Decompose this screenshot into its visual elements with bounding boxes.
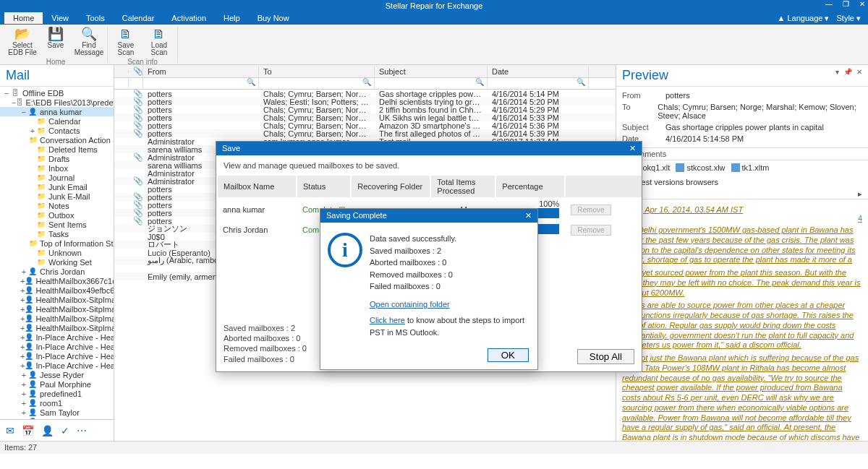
ribbon-button[interactable]: 📂Select EDB File (9, 26, 36, 56)
tree-node[interactable]: 📁Sent Items (0, 220, 114, 229)
tree-node[interactable]: +👤In-Place Archive - HealthI (0, 361, 114, 370)
menu-right-item[interactable]: ▲ Language ▾ (778, 14, 830, 23)
tree-node[interactable]: +👤Chris Jordan (0, 267, 114, 276)
tree-node[interactable]: +👤Sam Taylor (0, 408, 114, 417)
grid-header: 📎 From To Subject Date (114, 65, 616, 78)
tree-node[interactable]: −🗄E:\EDB Files\2013\predefined (0, 98, 114, 107)
menu-tab-help[interactable]: Help (215, 12, 249, 24)
attachments-label: Attachments (616, 147, 868, 160)
ribbon: 📂Select EDB File💾Save🔍Find Message Home … (0, 25, 868, 65)
tree-node[interactable]: +👤In-Place Archive - HealthI (0, 351, 114, 361)
open-folder-link[interactable]: Open containing folder (370, 300, 450, 309)
contacts-view-icon[interactable]: 👤 (41, 425, 54, 436)
close-button[interactable]: ✕ (859, 0, 865, 8)
remove-button[interactable]: Remove (571, 205, 610, 215)
tree-node[interactable]: 📁Conversation Action S (0, 135, 114, 145)
dropdown-icon[interactable]: ▾ (835, 68, 839, 83)
close-icon[interactable]: ✕ (856, 68, 862, 83)
mail-view-icon[interactable]: ✉ (6, 425, 14, 436)
info-icon: i (328, 233, 362, 267)
tree-node[interactable]: 📁Deleted Items (0, 145, 114, 154)
title-bar: Stellar Repair for Exchange — ❐ ✕ (0, 0, 868, 12)
tree-node[interactable]: −🗄Offline EDB (0, 88, 114, 98)
menu-tab-tools[interactable]: Tools (77, 12, 114, 24)
view-switcher: ✉ 📅 👤 ✓ ⋯ (0, 419, 114, 441)
status-bar: Items: 27 (0, 441, 868, 454)
message-row[interactable]: 📎pottersChals; Cymru; Barsen; Norge; Mar… (114, 90, 616, 98)
close-icon[interactable]: ✕ (629, 144, 636, 153)
grid-filter-row: 🔍 🔍 🔍 🔍 (114, 78, 616, 90)
tree-node[interactable]: +👤room1 (0, 398, 114, 408)
tree-node[interactable]: +👤HealthMailbox-SitpImail- (0, 295, 114, 304)
tree-node[interactable]: +👤HealthMailbox-SitpImail- (0, 314, 114, 323)
tree-node[interactable]: +👤Jesse Ryder (0, 370, 114, 379)
tree-node[interactable]: +👤HealthMailbox-SitpImail- (0, 323, 114, 332)
maximize-button[interactable]: ❐ (843, 0, 849, 8)
pin-icon[interactable]: 📌 (843, 68, 852, 83)
click-here-link[interactable]: Click here (370, 316, 405, 324)
message-row[interactable]: 📎pottersChals; Cymru; Barsen; Norge; Mar… (114, 113, 616, 121)
message-row[interactable]: 📎pottersChals; Cymru; Barsen; Norge; Mar… (114, 129, 616, 137)
attachment-item[interactable]: tk1.xltm (731, 163, 770, 172)
close-icon[interactable]: ✕ (525, 211, 532, 220)
tree-node[interactable]: −👤anna kumar (0, 107, 114, 116)
remove-button[interactable]: Remove (571, 225, 610, 236)
window-controls: — ❐ ✕ (825, 0, 865, 8)
tree-node[interactable]: 📁Notes (0, 201, 114, 210)
ribbon-button[interactable]: 💾Save (42, 26, 69, 56)
search-icon[interactable]: 🔍 (247, 78, 255, 86)
mail-header: Mail (0, 65, 114, 87)
ribbon-group-scaninfo: 🗎Save Scan🗎Load Scan Scan info (108, 26, 178, 63)
tree-node[interactable]: 📁Top of Information Sto (0, 238, 114, 248)
menu-tab-calendar[interactable]: Calendar (114, 12, 163, 24)
preview-pane: Preview ▾📌✕ Frompotters ToChals; Cymru; … (616, 65, 868, 441)
menu-tab-home[interactable]: Home (4, 12, 43, 24)
menu-tab-view[interactable]: View (43, 12, 77, 24)
message-row[interactable]: 📎pottersChals; Cymru; Barsen; Norge; Mar… (114, 106, 616, 113)
tasks-view-icon[interactable]: ✓ (61, 425, 69, 436)
stop-all-button[interactable]: Stop All (577, 349, 634, 364)
message-row[interactable]: 📎pottersChals; Cymru; Barsen; Norge; Mar… (114, 121, 616, 129)
preview-header: Preview (622, 68, 668, 83)
minimize-button[interactable]: — (825, 0, 833, 8)
tree-node[interactable]: +👤In-Place Archive - HealthI (0, 332, 114, 342)
app-title: Stellar Repair for Exchange (386, 1, 483, 10)
menu-tab-activation[interactable]: Activation (163, 12, 215, 24)
attachments-list: Bookq1.xltstkcost.xlwtk1.xltmlatest vers… (616, 160, 868, 189)
tree-node[interactable]: 📁Unknown (0, 248, 114, 257)
tree-node[interactable]: 📁Drafts (0, 154, 114, 163)
ribbon-group-home: 📂Select EDB File💾Save🔍Find Message Home (4, 26, 108, 63)
tree-node[interactable]: 📁Junk Email (0, 182, 114, 192)
more-view-icon[interactable]: ⋯ (77, 425, 87, 436)
tree-node[interactable]: +👤HealthMailbox49efbc6c7 (0, 285, 114, 295)
tree-node[interactable]: 📁Inbox (0, 163, 114, 173)
tree-node[interactable]: 📁Outbox (0, 210, 114, 220)
tree-node[interactable]: +👤HealthMailbox3667c1d64 (0, 276, 114, 285)
menu-right-item[interactable]: Style ▾ (836, 14, 861, 23)
search-icon[interactable]: 🔍 (362, 78, 371, 86)
ribbon-button[interactable]: 🗎Load Scan (145, 26, 173, 56)
tree-node[interactable]: 📁Calendar (0, 116, 114, 126)
tree-node[interactable]: 📁Junk E-Mail (0, 192, 114, 201)
preview-meta: Frompotters ToChals; Cymru; Barsen; Norg… (616, 87, 868, 147)
message-row[interactable]: 📎pottersWales; Eesti; Ison; Potters; Ste… (114, 98, 616, 106)
tree-node[interactable]: 📁Journal (0, 173, 114, 182)
tree-node[interactable]: +👤Paul Morphine (0, 379, 114, 389)
ribbon-button[interactable]: 🔍Find Message (75, 26, 103, 56)
calendar-view-icon[interactable]: 📅 (22, 425, 34, 436)
tree-node[interactable]: +👤HealthMailbox-SitpImail- (0, 304, 114, 314)
tree-node[interactable]: +👤predefined1 (0, 389, 114, 398)
ribbon-button[interactable]: 🗎Save Scan (112, 26, 140, 56)
scroll-right-icon[interactable]: ▸ (858, 189, 862, 199)
tree-node[interactable]: +👤In-Place Archive - HealthI (0, 342, 114, 351)
tree-node[interactable]: 📁Tasks (0, 229, 114, 238)
tree-node[interactable]: +📁Contacts (0, 126, 114, 135)
ok-button[interactable]: OK (488, 348, 529, 362)
tree-node[interactable]: 📁Working Set (0, 257, 114, 267)
search-icon[interactable]: 🔍 (576, 78, 585, 86)
menu-tab-buy-now[interactable]: Buy Now (249, 12, 298, 24)
folder-tree[interactable]: −🗄Offline EDB−🗄E:\EDB Files\2013\predefi… (0, 87, 114, 419)
attachment-item[interactable]: stkcost.xlw (676, 163, 725, 172)
search-icon[interactable]: 🔍 (475, 78, 484, 86)
preview-body: TNN | Apr 16, 2014, 03.54 AM IST 4 The D… (616, 199, 868, 441)
